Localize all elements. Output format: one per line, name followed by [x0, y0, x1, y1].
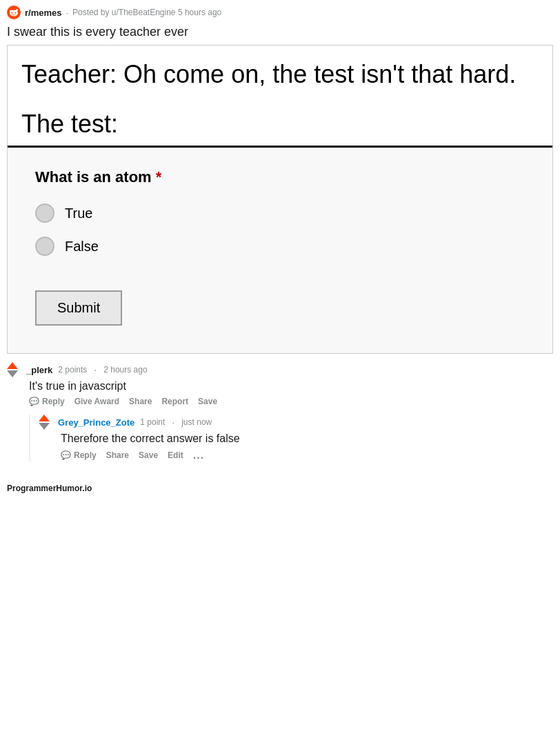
nested-save-button[interactable]: Save: [139, 450, 158, 460]
comments-section: _plerk 2 points · 2 hours ago It's true …: [0, 354, 560, 478]
nested-downvote-button[interactable]: [39, 423, 50, 430]
post-title: I swear this is every teacher ever: [0, 25, 560, 45]
comment-plerk: _plerk 2 points · 2 hours ago It's true …: [7, 362, 553, 461]
post-meta: Posted by u/TheBeatEngine 5 hours ago: [72, 8, 221, 17]
save-button[interactable]: Save: [198, 397, 217, 406]
svg-point-4: [16, 9, 18, 11]
separator: ·: [94, 364, 97, 375]
nested-comment: Grey_Prince_Zote 1 point · just now Ther…: [29, 415, 553, 461]
nested-reply-button[interactable]: 💬 Reply: [61, 450, 97, 460]
comment-time: 2 hours ago: [103, 365, 147, 375]
post-header: r/memes · Posted by u/TheBeatEngine 5 ho…: [0, 0, 560, 25]
comment-points: 2 points: [58, 365, 87, 375]
option-false-label: False: [65, 239, 99, 255]
give-award-button[interactable]: Give Award: [74, 397, 119, 406]
downvote-button[interactable]: [7, 370, 18, 377]
nested-more-options[interactable]: ...: [193, 449, 204, 461]
comment-actions: 💬 Reply Give Award Share Report Save: [7, 397, 553, 406]
svg-point-6: [10, 10, 12, 12]
report-button[interactable]: Report: [161, 397, 188, 406]
nested-comment-body: Therefore the correct answer is false: [39, 432, 553, 445]
nested-separator: ·: [172, 417, 174, 428]
teacher-text: Teacher: Oh come on, the test isn't that…: [21, 59, 539, 89]
comment-header: _plerk 2 points · 2 hours ago: [7, 362, 553, 377]
upvote-button[interactable]: [7, 362, 18, 369]
nested-comment-points: 1 point: [140, 417, 165, 427]
option-true-label: True: [65, 206, 92, 221]
question-title: What is an atom *: [35, 168, 525, 186]
radio-false[interactable]: [35, 237, 54, 256]
nested-comment-icon: 💬: [61, 450, 71, 460]
meme-top-section: Teacher: Oh come on, the test isn't that…: [8, 46, 552, 148]
the-test-label: The test:: [21, 110, 539, 139]
nested-vote-buttons: [39, 415, 50, 430]
svg-point-3: [15, 12, 17, 14]
subreddit-name[interactable]: r/memes: [25, 8, 61, 18]
nested-edit-button[interactable]: Edit: [168, 450, 183, 460]
option-true: True: [35, 203, 525, 223]
nested-comment-author[interactable]: Grey_Prince_Zote: [58, 417, 134, 428]
reddit-icon: [7, 6, 21, 19]
radio-true[interactable]: [35, 203, 54, 223]
vote-buttons: [7, 362, 18, 377]
nested-share-button[interactable]: Share: [106, 450, 129, 460]
nested-upvote-button[interactable]: [39, 415, 50, 421]
page-footer: ProgrammerHumor.io: [0, 478, 560, 499]
share-button[interactable]: Share: [129, 397, 152, 406]
required-asterisk: *: [156, 168, 162, 186]
comment-body: It's true in javascript: [7, 380, 553, 392]
nested-comment-header: Grey_Prince_Zote 1 point · just now: [39, 415, 553, 430]
separator-dot: ·: [66, 8, 68, 18]
nested-comment-actions: 💬 Reply Share Save Edit ...: [39, 449, 553, 461]
comment-author[interactable]: _plerk: [26, 365, 52, 375]
reply-button[interactable]: 💬 Reply: [29, 397, 65, 406]
comment-icon: 💬: [29, 397, 39, 406]
submit-button[interactable]: Submit: [35, 290, 122, 326]
footer-site: ProgrammerHumor.io: [7, 484, 92, 493]
svg-point-2: [12, 12, 13, 14]
meme-image: Teacher: Oh come on, the test isn't that…: [7, 45, 553, 354]
meme-bottom-section: What is an atom * True False Submit: [8, 148, 552, 353]
nested-comment-time: just now: [181, 417, 212, 427]
option-false: False: [35, 237, 525, 256]
